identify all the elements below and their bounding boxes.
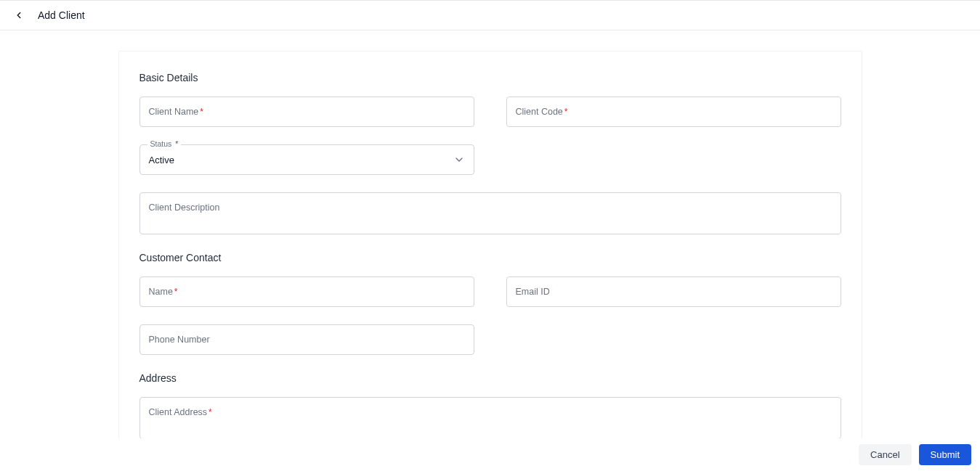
submit-button[interactable]: Submit	[919, 444, 971, 465]
chevron-down-icon	[453, 154, 465, 165]
status-float-label: Status *	[147, 139, 182, 148]
phone-field[interactable]: Phone Number	[139, 324, 474, 355]
section-title-basic: Basic Details	[119, 72, 862, 83]
page-header: Add Client	[0, 0, 980, 30]
contact-name-field[interactable]: Name*	[139, 277, 474, 307]
section-title-contact: Customer Contact	[119, 252, 862, 263]
client-address-input[interactable]	[149, 411, 832, 422]
client-name-input[interactable]	[149, 107, 465, 118]
client-code-input[interactable]	[516, 107, 832, 118]
form-card: Basic Details Client Name* Client Code*	[118, 51, 862, 471]
status-value: Active	[149, 155, 174, 165]
status-select[interactable]: Status * Active	[139, 144, 474, 175]
client-address-field[interactable]: Client Address*	[139, 397, 841, 439]
section-title-address: Address	[119, 372, 862, 384]
client-code-field[interactable]: Client Code*	[506, 97, 841, 127]
email-input[interactable]	[516, 287, 832, 298]
contact-name-input[interactable]	[149, 287, 465, 298]
client-name-field[interactable]: Client Name*	[139, 97, 474, 127]
footer-actions: Cancel Submit	[0, 438, 980, 471]
page-title: Add Client	[38, 9, 85, 21]
phone-input[interactable]	[149, 335, 465, 345]
email-field[interactable]: Email ID	[506, 277, 841, 307]
cancel-button[interactable]: Cancel	[859, 444, 911, 465]
client-description-field[interactable]: Client Description	[139, 192, 841, 234]
back-icon[interactable]	[12, 8, 26, 22]
client-description-input[interactable]	[149, 206, 832, 217]
